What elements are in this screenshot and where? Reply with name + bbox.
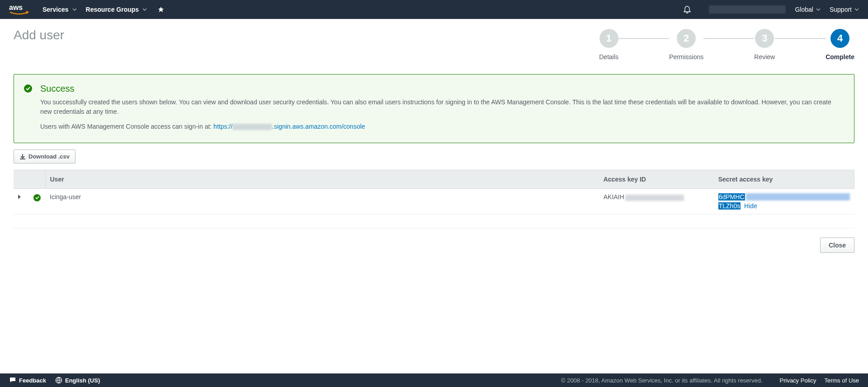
success-heading: Success (40, 84, 844, 94)
expand-row-caret-icon[interactable] (18, 195, 21, 199)
success-check-icon (24, 84, 32, 93)
wizard-steps: 1 Details 2 Permissions 3 Review 4 Compl… (599, 28, 854, 61)
secret-fragment-1: 6dPMHC (718, 193, 745, 200)
wizard-connector (775, 38, 826, 39)
success-signin-line: Users with AWS Management Console access… (40, 123, 844, 130)
wizard-step-permissions: 2 Permissions (669, 29, 703, 61)
col-status (29, 170, 45, 189)
download-csv-button[interactable]: Download .csv (14, 149, 75, 163)
nav-services-label: Services (42, 6, 69, 13)
support-label: Support (830, 6, 852, 13)
row-success-check-icon (33, 194, 41, 201)
nav-resource-groups-label: Resource Groups (86, 6, 139, 13)
aws-logo[interactable]: aws (9, 4, 29, 15)
region-label: Global (795, 6, 813, 13)
chevron-down-icon (72, 8, 77, 11)
cell-secret-key: 6dPMHC TLZh0s Hide (714, 189, 854, 214)
chevron-down-icon (142, 8, 147, 11)
chevron-down-icon (854, 8, 859, 11)
chevron-down-icon (816, 8, 821, 11)
wizard-step-details: 1 Details (599, 29, 618, 61)
nav-services[interactable]: Services (42, 6, 77, 13)
download-icon (19, 154, 26, 160)
col-secret-header: Secret access key (714, 170, 854, 189)
signin-prefix: Users with AWS Management Console access… (40, 123, 213, 130)
wizard-step-label: Details (599, 53, 618, 61)
wizard-step-review: 3 Review (754, 29, 775, 61)
col-user-header: User (45, 170, 599, 189)
signin-url-link[interactable]: https://.signin.aws.amazon.com/console (213, 123, 365, 130)
account-menu[interactable] (709, 5, 786, 14)
users-table: User Access key ID Secret access key Ici… (14, 170, 854, 214)
table-row: Icinga-user AKIAIH 6dPMHC TLZh0s Hide (14, 189, 854, 214)
divider (14, 228, 854, 228)
wizard-step-label: Complete (826, 53, 854, 61)
nav-pin-icon[interactable] (158, 6, 164, 13)
access-key-redacted (625, 195, 684, 201)
success-body: You successfully created the users shown… (40, 98, 844, 117)
wizard-step-num: 3 (755, 29, 774, 48)
cell-access-key: AKIAIH (599, 189, 714, 214)
region-menu[interactable]: Global (795, 6, 820, 13)
page-content: Add user 1 Details 2 Permissions 3 Revie… (0, 19, 868, 266)
signin-account-redacted (232, 124, 272, 130)
secret-redacted (746, 193, 850, 200)
wizard-connector (618, 38, 669, 39)
download-csv-label: Download .csv (28, 153, 70, 160)
nav-resource-groups[interactable]: Resource Groups (86, 6, 147, 13)
wizard-step-complete: 4 Complete (826, 29, 854, 61)
col-accesskey-header: Access key ID (599, 170, 714, 189)
svg-text:aws: aws (9, 4, 23, 11)
topnav: aws Services Resource Groups Global Supp… (0, 0, 868, 19)
wizard-step-label: Review (754, 53, 775, 61)
account-name-redacted (709, 5, 786, 14)
support-menu[interactable]: Support (830, 6, 859, 13)
notifications-bell-icon[interactable] (684, 5, 691, 14)
wizard-step-num: 4 (830, 29, 849, 48)
wizard-step-label: Permissions (669, 53, 703, 61)
col-expand (14, 170, 29, 189)
cell-username: Icinga-user (45, 189, 599, 214)
wizard-step-num: 2 (677, 29, 696, 48)
close-button[interactable]: Close (820, 238, 854, 253)
success-alert: Success You successfully created the use… (14, 74, 854, 143)
wizard-step-num: 1 (599, 29, 618, 48)
wizard-connector (703, 38, 754, 39)
secret-fragment-2: TLZh0s (718, 202, 741, 210)
page-title: Add user (14, 28, 64, 42)
hide-secret-link[interactable]: Hide (744, 202, 757, 210)
